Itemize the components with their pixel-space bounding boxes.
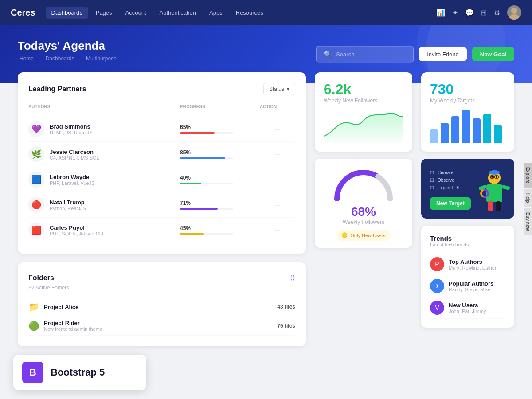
action-menu-button[interactable]: ⋯ — [260, 201, 295, 209]
targets-bar-chart — [430, 107, 505, 143]
new-goal-button[interactable]: New Goal — [472, 47, 514, 61]
table-row: 🟦 Lebron Wayde PHP, Laravel, VueJS 40% ⋯ — [28, 167, 295, 192]
folder-info: 🟢 Project Rider New frontend admin theme — [28, 320, 102, 332]
author-skills: PHP, Laravel, VueJS — [50, 180, 95, 186]
followers-chart — [324, 107, 403, 143]
status-dropdown[interactable]: Status ▾ — [263, 83, 295, 95]
page-title: Todays' Agenda — [18, 39, 514, 53]
checkbox-icon: ☐ — [430, 170, 434, 175]
author-name: Carles Puyol — [50, 224, 103, 231]
nav-link-pages[interactable]: Pages — [90, 7, 117, 19]
bar-chart-icon[interactable]: 📊 — [436, 8, 445, 17]
table-row: 💜 Brad Simmons HTML, JS, ReactJS 65% ⋯ — [28, 117, 295, 142]
table-headers: Authors Progress Action — [28, 104, 295, 113]
progress-column: 71% — [180, 200, 260, 210]
trend-name: Popular Authors — [449, 280, 493, 287]
folder-icon: 🟢 — [28, 321, 39, 331]
leading-partners-card: Leading Partners Status ▾ Authors Progre… — [18, 72, 306, 254]
side-tab-help[interactable]: Help — [524, 189, 532, 207]
weekly-targets-card: 730 My Weekly Targets — [421, 72, 514, 152]
trend-info: Popular Authors Randy, Steve, Mike — [449, 280, 493, 292]
nav-link-account[interactable]: Account — [120, 7, 152, 19]
chevron-down-icon: ▾ — [287, 86, 289, 92]
settings-icon[interactable]: ⚙ — [494, 8, 500, 17]
nav-link-resources[interactable]: Resources — [231, 7, 269, 19]
nav-link-dashboards[interactable]: Dashboards — [46, 7, 88, 19]
svg-point-1 — [509, 14, 519, 20]
folders-subtitle: 32 Active Folders — [28, 285, 295, 291]
search-box[interactable]: 🔍 — [316, 46, 414, 62]
folder-rows: 📁 Project Alice 43 files 🟢 Project Rider… — [28, 298, 295, 336]
table-row: 🟥 Carles Puyol PHP, SQLite, Artisan CLI … — [28, 218, 295, 243]
watermark: B Bootstrap 5 — [13, 355, 146, 364]
side-tab-buy-now[interactable]: Buy now — [524, 208, 532, 235]
nav-link-authentication[interactable]: Authentication — [154, 7, 201, 19]
grid-icon[interactable]: ⊞ — [481, 8, 487, 17]
svg-point-0 — [511, 8, 517, 14]
trend-icon: V — [430, 301, 444, 315]
author-name: Lebron Wayde — [50, 174, 95, 180]
header-actions: 🔍 Invite Friend New Goal — [316, 46, 514, 62]
breadcrumb: Home - Dashboards - Multipurpose — [18, 55, 514, 62]
bar — [441, 123, 449, 143]
new-target-button[interactable]: New Target — [430, 197, 471, 210]
progress-percentage: 65% — [180, 124, 260, 130]
folder-row: 📁 Project Alice 43 files — [28, 298, 295, 316]
checkbox-icon: ☐ — [430, 178, 434, 183]
message-icon[interactable]: 💬 — [465, 8, 474, 17]
bar — [451, 116, 459, 143]
progress-bar-fill — [180, 183, 201, 184]
progress-percentage: 85% — [180, 149, 260, 156]
author-avatar: 🟥 — [28, 222, 44, 238]
progress-percentage: 40% — [180, 175, 260, 181]
invite-friend-button[interactable]: Invite Friend — [419, 47, 467, 61]
action-menu-button[interactable]: ⋯ — [260, 176, 295, 184]
alert-icon: 🟡 — [341, 232, 348, 238]
author-skills: C#, ASP.NET, MS SQL — [50, 155, 99, 160]
action-menu-button[interactable]: ⋯ — [260, 226, 295, 235]
left-column: Leading Partners Status ▾ Authors Progre… — [18, 72, 306, 346]
search-input[interactable] — [336, 51, 406, 57]
trend-row: ✈ Popular Authors Randy, Steve, Mike — [430, 275, 505, 297]
progress-column: 45% — [180, 225, 260, 235]
side-tab-explore[interactable]: Explore — [524, 163, 532, 188]
folder-name: Project Rider — [44, 320, 102, 326]
author-info: 🔴 Natali Trump Python, ReactJS — [28, 197, 180, 213]
svg-point-5 — [496, 176, 497, 178]
trend-sub: Mark, Rowling, Esther — [449, 265, 497, 270]
option-label: Observe — [438, 178, 454, 183]
trend-row: V New Users John, Pat, Jimmy — [430, 297, 505, 319]
bar — [473, 118, 481, 143]
action-menu-button[interactable]: ⋯ — [260, 125, 295, 133]
gauge-card: 68% Weekly Followers 🟡 Only New Users — [315, 159, 412, 248]
avatar[interactable] — [507, 5, 521, 20]
progress-column: 85% — [180, 149, 260, 159]
trend-info: New Users John, Pat, Jimmy — [449, 302, 486, 314]
progress-bar-bg — [180, 132, 233, 134]
author-name: Natali Trump — [50, 199, 86, 206]
trends-card: Trends Latest tech trends P Top Authors … — [421, 226, 514, 328]
progress-column: 40% — [180, 175, 260, 184]
author-info: 🌿 Jessie Clarcson C#, ASP.NET, MS SQL — [28, 146, 180, 162]
right-column: 730 My Weekly Targets ☐Cereate☐Observe☐E… — [421, 72, 514, 328]
author-skills: Python, ReactJS — [50, 206, 86, 211]
middle-column: 6.2k Weekly New Followers — [315, 72, 412, 248]
author-avatar: 🌿 — [28, 146, 44, 162]
trends-subtitle: Latest tech trends — [430, 242, 505, 247]
action-menu-button[interactable]: ⋯ — [260, 150, 295, 159]
progress-bar-bg — [180, 233, 233, 235]
author-info: 🟥 Carles Puyol PHP, SQLite, Artisan CLI — [28, 222, 180, 238]
trend-icon: P — [430, 257, 444, 271]
targets-number: 730 — [430, 81, 505, 98]
bar — [462, 110, 470, 143]
gauge-label: Weekly Followers — [343, 219, 384, 225]
nav-link-apps[interactable]: Apps — [204, 7, 228, 19]
star-icon[interactable]: ✦ — [452, 8, 458, 17]
progress-bar-fill — [180, 132, 215, 134]
targets-label: My Weekly Targets — [430, 98, 505, 104]
folder-files-count: 75 files — [277, 323, 295, 329]
folders-card: Folders ⁝⁝ 32 Active Folders 📁 Project A… — [18, 262, 306, 346]
progress-bar-fill — [180, 208, 218, 210]
folders-dots-icon[interactable]: ⁝⁝ — [290, 273, 295, 283]
progress-bar-fill — [180, 233, 204, 235]
